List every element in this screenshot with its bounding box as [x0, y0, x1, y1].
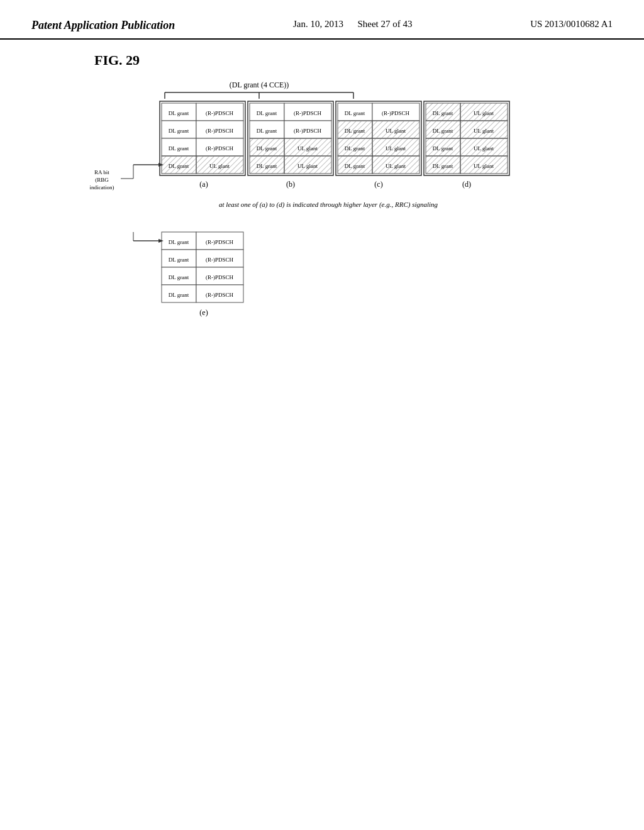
svg-text:(R-)PDSCH: (R-)PDSCH	[206, 128, 234, 134]
svg-text:(R-)PDSCH: (R-)PDSCH	[206, 274, 234, 280]
svg-text:DL grant: DL grant	[257, 128, 277, 134]
svg-text:DL grant: DL grant	[345, 110, 365, 116]
dl-grant-label: (DL grant (4 CCE))	[230, 80, 289, 89]
figure-title: FIG. 29	[94, 52, 613, 69]
svg-text:(R-)PDSCH: (R-)PDSCH	[294, 128, 322, 134]
svg-text:UL glant: UL glant	[386, 145, 406, 152]
svg-text:DL grant: DL grant	[433, 128, 453, 134]
svg-text:UL glant: UL glant	[474, 128, 494, 134]
publication-type: Patent Application Publication	[31, 19, 175, 32]
svg-text:DL grant: DL grant	[257, 110, 277, 116]
svg-text:UL glant: UL glant	[297, 145, 318, 152]
svg-text:DL grant: DL grant	[169, 110, 189, 116]
svg-text:DL grant: DL grant	[257, 145, 277, 152]
svg-text:(RBG: (RBG	[95, 177, 109, 183]
svg-text:DL grant: DL grant	[433, 110, 453, 116]
svg-text:DL grant: DL grant	[169, 128, 189, 134]
svg-text:(R-)PDSCH: (R-)PDSCH	[206, 145, 234, 152]
svg-text:DL grant: DL grant	[169, 257, 189, 263]
svg-text:indication): indication)	[90, 184, 114, 191]
header-date: Jan. 10, 2013	[293, 19, 343, 29]
svg-text:(R-)PDSCH: (R-)PDSCH	[206, 239, 234, 245]
svg-text:DL grant: DL grant	[345, 145, 365, 152]
svg-text:(R-)PDSCH: (R-)PDSCH	[206, 110, 234, 116]
svg-text:DL grant: DL grant	[169, 292, 189, 298]
diagram-svg: (DL grant (4 CCE)) DL grant (R-)PDSCH DL…	[39, 75, 605, 766]
svg-text:DL grant: DL grant	[169, 163, 189, 169]
svg-text:UL glant: UL glant	[297, 163, 318, 169]
svg-text:DL grant: DL grant	[169, 145, 189, 152]
main-content: FIG. 29 (DL grant (4 CCE)) DL grant (R-)…	[0, 40, 644, 779]
svg-text:DL grant: DL grant	[345, 128, 365, 134]
svg-text:(c): (c)	[374, 180, 382, 189]
svg-text:(R-)PDSCH: (R-)PDSCH	[294, 110, 322, 116]
svg-text:(R-)PDSCH: (R-)PDSCH	[382, 110, 410, 116]
header-date-sheet: Jan. 10, 2013 Sheet 27 of 43	[293, 19, 413, 30]
svg-text:DL grant: DL grant	[169, 239, 189, 245]
svg-text:RA bit: RA bit	[94, 169, 109, 175]
svg-text:(R-)PDSCH: (R-)PDSCH	[206, 292, 234, 298]
page-header: Patent Application Publication Jan. 10, …	[0, 0, 644, 40]
svg-text:UL glant: UL glant	[386, 163, 406, 169]
svg-text:UL glant: UL glant	[474, 145, 494, 152]
patent-number: US 2013/0010682 A1	[530, 19, 613, 30]
header-sheet: Sheet 27 of 43	[357, 19, 412, 29]
svg-text:UL glant: UL glant	[474, 110, 494, 116]
svg-text:UL glant: UL glant	[474, 163, 494, 169]
svg-text:DL grant: DL grant	[433, 163, 453, 169]
svg-text:UL glant: UL glant	[209, 163, 230, 169]
svg-text:(d): (d)	[462, 180, 471, 189]
svg-text:(e): (e)	[199, 308, 208, 317]
svg-text:UL glant: UL glant	[386, 128, 406, 134]
svg-text:DL grant: DL grant	[345, 163, 365, 169]
svg-text:(R-)PDSCH: (R-)PDSCH	[206, 257, 234, 263]
svg-text:(a): (a)	[199, 180, 208, 189]
svg-text:at least one of (a) to (d) is : at least one of (a) to (d) is indicated …	[219, 201, 438, 209]
svg-text:DL grant: DL grant	[257, 163, 277, 169]
svg-text:DL grant: DL grant	[433, 145, 453, 152]
svg-text:(b): (b)	[286, 180, 295, 189]
svg-text:DL grant: DL grant	[169, 274, 189, 280]
